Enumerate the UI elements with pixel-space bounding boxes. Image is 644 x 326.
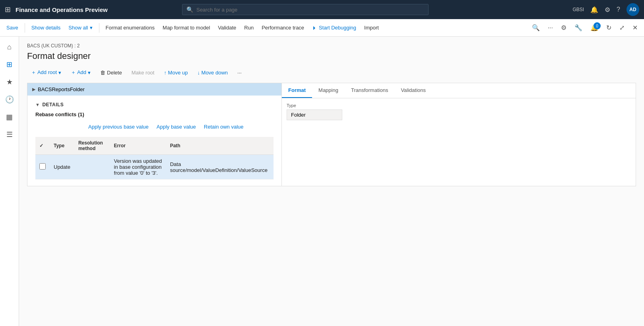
close-window-icon[interactable]: ✕: [629, 21, 641, 34]
resolution-cell: [74, 155, 110, 180]
extension-icon[interactable]: 🔧: [571, 21, 586, 34]
list-icon[interactable]: ☰: [2, 127, 17, 142]
col-error-header: Error: [110, 137, 166, 155]
trash-icon: 🗑: [100, 70, 105, 76]
show-details-button[interactable]: Show details: [28, 22, 64, 33]
chevron-down-icon: ▾: [90, 25, 93, 31]
main-content: BACS (UK CUSTOM) : 2 Format designer ＋ A…: [19, 37, 644, 326]
customize-icon[interactable]: ⚙: [558, 21, 570, 34]
tree-panel: ▶ BACSReportsFolder ▼ DETAILS Rebase con…: [27, 83, 282, 186]
tab-format[interactable]: Format: [282, 83, 312, 98]
type-cell: Update: [50, 155, 74, 180]
apply-previous-base-button[interactable]: Apply previous base value: [85, 122, 152, 132]
apply-base-button[interactable]: Apply base value: [153, 122, 199, 132]
resolved-checkbox[interactable]: [39, 163, 46, 170]
tree-item[interactable]: ▶ BACSReportsFolder: [27, 83, 281, 96]
more-options-icon[interactable]: ···: [545, 22, 556, 34]
col-path-header: Path: [166, 137, 274, 155]
import-button[interactable]: Import: [361, 22, 382, 33]
expand-icon[interactable]: ⤢: [616, 21, 628, 34]
add-root-button[interactable]: ＋ Add root ▾: [27, 67, 65, 78]
search-icon: 🔍: [186, 6, 193, 13]
map-format-button[interactable]: Map format to model: [159, 22, 213, 33]
user-avatar[interactable]: AD: [627, 3, 639, 16]
page-title: Format designer: [27, 51, 636, 61]
search-toolbar-icon[interactable]: 🔍: [529, 21, 543, 34]
conflict-table: ✓ Type Resolution method Error Path: [35, 137, 274, 180]
make-root-button: Make root: [128, 68, 159, 78]
more-actions-button[interactable]: ···: [233, 68, 246, 78]
format-enumerations-button[interactable]: Format enumerations: [103, 22, 158, 33]
details-section: ▼ DETAILS Rebase conflicts (1) Apply bas…: [27, 96, 281, 186]
rebase-conflicts-title: Rebase conflicts (1): [35, 111, 274, 117]
col-type-header: Type: [50, 137, 74, 155]
run-button[interactable]: Run: [241, 22, 257, 33]
tab-content: Type Folder: [282, 98, 636, 125]
start-debugging-button[interactable]: ⏵ Start Debugging: [309, 22, 359, 33]
add-chevron: ▾: [88, 70, 91, 76]
left-sidebar: ⌂ ⊞ ★ 🕐 ▦ ☰: [0, 37, 19, 326]
validate-button[interactable]: Validate: [215, 22, 239, 33]
toolbar-right-actions: 🔍 ··· ⚙ 🔧 0 🔔 ↻ ⤢ ✕: [529, 21, 641, 34]
add-button[interactable]: ＋ Add ▾: [67, 67, 95, 78]
badge-notifications[interactable]: 0 🔔: [587, 21, 601, 34]
notification-icon[interactable]: 🔔: [590, 6, 598, 14]
grid-icon[interactable]: ⊞: [5, 5, 11, 14]
section-toggle-icon[interactable]: ▼: [35, 102, 40, 107]
search-bar: 🔍: [182, 4, 429, 15]
workspace-icon[interactable]: ▦: [2, 110, 17, 124]
top-bar-right: GBSI 🔔 ⚙ ? AD: [572, 3, 639, 16]
refresh-icon[interactable]: ↻: [603, 21, 615, 34]
top-nav-bar: ⊞ Finance and Operations Preview 🔍 GBSI …: [0, 0, 644, 19]
move-up-button[interactable]: ↑ Move up: [160, 68, 192, 78]
filter-icon[interactable]: ⊞: [2, 57, 17, 72]
settings-icon[interactable]: ⚙: [605, 6, 610, 14]
resolved-cell[interactable]: [35, 155, 50, 180]
breadcrumb: BACS (UK CUSTOM) : 2: [27, 43, 636, 49]
recent-icon[interactable]: 🕐: [2, 92, 17, 107]
app-title: Finance and Operations Preview: [16, 6, 108, 13]
action-bar: ＋ Add root ▾ ＋ Add ▾ 🗑 Delete Make root …: [27, 67, 636, 78]
tab-mapping[interactable]: Mapping: [312, 83, 345, 98]
tab-validations[interactable]: Validations: [394, 83, 432, 98]
delete-button[interactable]: 🗑 Delete: [96, 68, 126, 78]
check-icon: ✓: [39, 143, 43, 148]
action-links-row: Apply base value Apply previous base val…: [35, 121, 274, 132]
separator-1: [25, 23, 25, 33]
expand-tree-icon: ▶: [32, 87, 35, 92]
tab-bar: Format Mapping Transformations Validatio…: [282, 83, 636, 98]
retain-own-value-button[interactable]: Retain own value: [201, 122, 247, 132]
content-area: ▶ BACSReportsFolder ▼ DETAILS Rebase con…: [27, 83, 636, 186]
move-down-button[interactable]: ↓ Move down: [193, 68, 232, 78]
details-panel: Format Mapping Transformations Validatio…: [282, 83, 636, 186]
section-header: ▼ DETAILS: [35, 102, 274, 107]
type-value: Folder: [287, 109, 342, 120]
tree-item-label: BACSReportsFolder: [38, 86, 85, 92]
user-org: GBSI: [572, 7, 584, 12]
debug-icon: ⏵: [312, 25, 317, 31]
main-layout: ⌂ ⊞ ★ 🕐 ▦ ☰ BACS (UK CUSTOM) : 2 Format …: [0, 37, 644, 326]
tab-transformations[interactable]: Transformations: [345, 83, 394, 98]
path-cell: Data source/model/ValueDefinition/ValueS…: [166, 155, 274, 180]
show-all-button[interactable]: Show all ▾: [65, 22, 95, 33]
favorites-icon[interactable]: ★: [2, 75, 17, 89]
type-label: Type: [287, 103, 631, 108]
table-row[interactable]: Update Version was updated in base confi…: [35, 155, 274, 180]
help-icon[interactable]: ?: [617, 6, 620, 13]
show-all-label: Show all: [68, 25, 88, 31]
home-icon[interactable]: ⌂: [2, 40, 17, 54]
col-resolved-header: ✓: [35, 137, 50, 155]
add-root-chevron: ▾: [58, 70, 61, 76]
col-resolution-header: Resolution method: [74, 137, 110, 155]
performance-trace-button[interactable]: Performance trace: [258, 22, 307, 33]
search-input[interactable]: [196, 7, 424, 13]
separator-2: [99, 23, 99, 33]
error-cell: Version was updated in base configuratio…: [110, 155, 166, 180]
secondary-toolbar: Save Show details Show all ▾ Format enum…: [0, 19, 644, 37]
section-label: DETAILS: [42, 102, 64, 107]
save-button[interactable]: Save: [3, 22, 21, 33]
